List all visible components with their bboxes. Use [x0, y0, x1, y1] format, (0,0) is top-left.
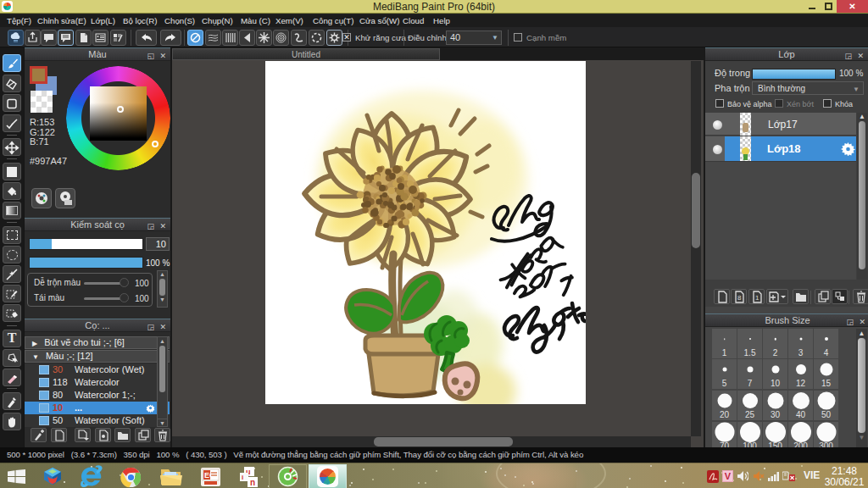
svg-text:n: n [250, 478, 255, 487]
svg-text:1: 1 [755, 294, 760, 302]
svg-text:8: 8 [737, 294, 742, 302]
svg-text:i: i [242, 474, 243, 481]
